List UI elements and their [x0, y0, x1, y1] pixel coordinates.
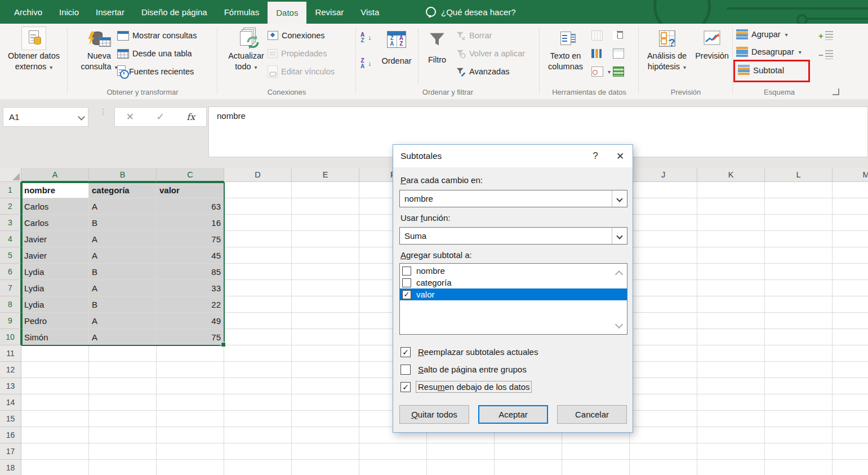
- combo-dropdown-button[interactable]: [612, 190, 627, 207]
- cell-B5[interactable]: A: [89, 247, 157, 264]
- cell-E16[interactable]: [292, 427, 359, 443]
- name-box[interactable]: A1: [3, 107, 88, 127]
- cell-E11[interactable]: [292, 345, 359, 362]
- cell-C3[interactable]: 16: [157, 215, 224, 231]
- cell-J17[interactable]: [630, 443, 697, 460]
- cell-M14[interactable]: [833, 394, 868, 411]
- cell-E18[interactable]: [292, 460, 359, 475]
- cell-J8[interactable]: [630, 296, 697, 313]
- row-header-10[interactable]: 10: [0, 329, 21, 345]
- help-icon[interactable]: ?: [583, 145, 608, 167]
- cell-A9[interactable]: Pedro: [21, 313, 89, 329]
- cell-D7[interactable]: [224, 280, 292, 296]
- tab-revisar[interactable]: Revisar: [306, 0, 352, 24]
- filter-button[interactable]: Filtro: [420, 27, 454, 65]
- cell-E5[interactable]: [292, 247, 359, 264]
- connections-button[interactable]: Conexiones: [268, 28, 325, 43]
- cell-K2[interactable]: [697, 198, 765, 215]
- cell-C5[interactable]: 45: [157, 247, 224, 264]
- cell-H17[interactable]: [495, 443, 562, 460]
- cell-B14[interactable]: [89, 394, 157, 411]
- checked-checkbox[interactable]: ✓: [400, 382, 411, 392]
- consolidate-button[interactable]: [591, 46, 602, 61]
- cell-B7[interactable]: A: [89, 280, 157, 296]
- cell-A8[interactable]: Lydia: [21, 296, 89, 313]
- cell-J1[interactable]: [630, 182, 697, 198]
- cell-B1[interactable]: categoría: [89, 182, 157, 198]
- cell-A13[interactable]: [21, 378, 89, 394]
- cell-B17[interactable]: [89, 443, 157, 460]
- cell-B8[interactable]: B: [89, 296, 157, 313]
- cell-B11[interactable]: [89, 345, 157, 362]
- cell-M1[interactable]: [833, 182, 868, 198]
- cell-B4[interactable]: A: [89, 231, 157, 247]
- cell-D5[interactable]: [224, 247, 292, 264]
- cell-J12[interactable]: [630, 362, 697, 378]
- get-external-data-button[interactable]: Obtener datos externos ▾: [1, 26, 66, 73]
- cell-A5[interactable]: Javier: [21, 247, 89, 264]
- cell-L11[interactable]: [765, 345, 833, 362]
- cell-B2[interactable]: A: [89, 198, 157, 215]
- cell-D1[interactable]: [224, 182, 292, 198]
- cell-D18[interactable]: [224, 460, 292, 475]
- cancel-icon[interactable]: ✕: [126, 111, 134, 123]
- cell-B12[interactable]: [89, 362, 157, 378]
- cell-M15[interactable]: [833, 411, 868, 427]
- cell-M18[interactable]: [833, 460, 868, 475]
- cell-A14[interactable]: [21, 394, 89, 411]
- cell-K13[interactable]: [697, 378, 765, 394]
- cell-L3[interactable]: [765, 215, 833, 231]
- row-header-2[interactable]: 2: [0, 198, 21, 215]
- tab-vista[interactable]: Vista: [352, 0, 388, 24]
- cell-K10[interactable]: [697, 329, 765, 345]
- cell-E1[interactable]: [292, 182, 359, 198]
- row-header-18[interactable]: 18: [0, 460, 21, 475]
- cell-A10[interactable]: Simón: [21, 329, 89, 345]
- cell-C16[interactable]: [157, 427, 224, 443]
- cell-K12[interactable]: [697, 362, 765, 378]
- cell-L8[interactable]: [765, 296, 833, 313]
- cell-B16[interactable]: [89, 427, 157, 443]
- cell-J6[interactable]: [630, 264, 697, 280]
- cell-E12[interactable]: [292, 362, 359, 378]
- cell-A11[interactable]: [21, 345, 89, 362]
- column-header-e[interactable]: E: [292, 168, 359, 182]
- cell-A6[interactable]: Lydia: [21, 264, 89, 280]
- cell-C1[interactable]: valor: [157, 182, 224, 198]
- row-header-3[interactable]: 3: [0, 215, 21, 231]
- cell-L4[interactable]: [765, 231, 833, 247]
- cell-L6[interactable]: [765, 264, 833, 280]
- name-box-dropdown[interactable]: [74, 108, 88, 126]
- cell-M4[interactable]: [833, 231, 868, 247]
- what-if-analysis-button[interactable]: ? Análisis de hipótesis ▾: [641, 26, 693, 73]
- tab-insertar[interactable]: Insertar: [87, 0, 133, 24]
- cell-B6[interactable]: B: [89, 264, 157, 280]
- cell-L10[interactable]: [765, 329, 833, 345]
- sort-descending-button[interactable]: ZA ↓: [360, 56, 371, 71]
- cell-D2[interactable]: [224, 198, 292, 215]
- column-header-l[interactable]: L: [765, 168, 833, 182]
- cell-J2[interactable]: [630, 198, 697, 215]
- row-header-9[interactable]: 9: [0, 313, 21, 329]
- sort-button[interactable]: ZA AZ Ordenar: [379, 27, 415, 66]
- option-check-row[interactable]: ✓Reemplazar subtotales actuales: [400, 346, 540, 358]
- cell-K9[interactable]: [697, 313, 765, 329]
- column-header-b[interactable]: B: [89, 168, 157, 182]
- combo-dropdown-button[interactable]: [612, 228, 627, 244]
- cell-B15[interactable]: [89, 411, 157, 427]
- option-check-row[interactable]: Salto de página entre grupos: [400, 363, 528, 375]
- cell-L14[interactable]: [765, 394, 833, 411]
- cell-J13[interactable]: [630, 378, 697, 394]
- cell-D13[interactable]: [224, 378, 292, 394]
- subtotal-list-item-categoría[interactable]: categoría: [400, 277, 627, 288]
- cell-D16[interactable]: [224, 427, 292, 443]
- cell-E7[interactable]: [292, 280, 359, 296]
- cell-B9[interactable]: A: [89, 313, 157, 329]
- cell-C4[interactable]: 75: [157, 231, 224, 247]
- cell-C10[interactable]: 75: [157, 329, 224, 345]
- cell-J16[interactable]: [630, 427, 697, 443]
- column-header-j[interactable]: J: [630, 168, 697, 182]
- change-in-combo[interactable]: nombre: [399, 190, 627, 207]
- column-header-d[interactable]: D: [224, 168, 292, 182]
- cell-C9[interactable]: 49: [157, 313, 224, 329]
